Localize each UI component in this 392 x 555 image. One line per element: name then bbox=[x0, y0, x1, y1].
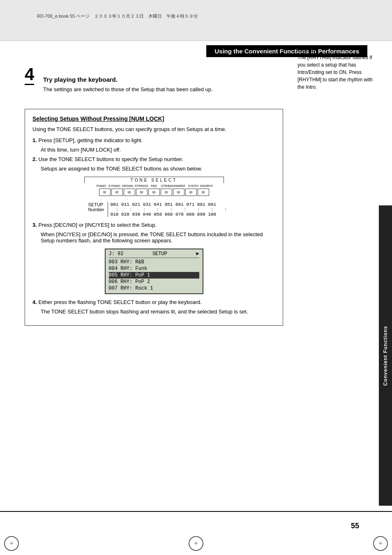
box-step2-num: 2. bbox=[32, 156, 37, 162]
btn-4[interactable]: III bbox=[136, 189, 148, 196]
box-step3-text: Press [DEC/NO] or [INC/YES] to select th… bbox=[38, 222, 157, 228]
sidebar: MEMO The [RHYTHM] indicator flashes if y… bbox=[297, 45, 380, 91]
tone-select-header: TONE SELECT bbox=[84, 177, 224, 183]
header-info: RD-700_e.book 55 ページ ２００３年１０月２３日 木曜日 午後４… bbox=[37, 13, 198, 19]
screen-row-1: 003 RHY: R&B bbox=[109, 259, 199, 265]
step4-content: Try playing the keyboard. The settings a… bbox=[43, 76, 283, 99]
btn-label-epiano: E.PIANO bbox=[108, 184, 121, 188]
box-step3: 3. Press [DEC/NO] or [INC/YES] to select… bbox=[32, 222, 275, 228]
setup-numbers-section: SETUP Number 001 011 021 031 041 051 061… bbox=[88, 202, 224, 217]
btn-dot-6: · bbox=[161, 197, 173, 201]
btn-label-piano: PIANO bbox=[95, 184, 108, 188]
btn-2[interactable]: III bbox=[111, 189, 123, 196]
btn-label-synth: SYNTH bbox=[187, 184, 200, 188]
btn-label-pad: PAD bbox=[148, 184, 160, 188]
box-step2-text: Use the TONE SELECT buttons to specify t… bbox=[38, 156, 183, 162]
tone-select-diagram: TONE SELECT PIANO E.PIANO ORGAN STRINGS … bbox=[84, 177, 224, 217]
reg-mark-bl bbox=[4, 536, 19, 551]
setup-label-line1: SETUP bbox=[88, 202, 104, 207]
btn-label-organ: ORGAN bbox=[122, 184, 134, 188]
box-step1-text: Press [SETUP], getting the indicator to … bbox=[38, 137, 143, 143]
screen-top-right: ► bbox=[196, 251, 199, 257]
box-step1-num: 1. bbox=[32, 137, 37, 143]
box-step1: 1. Press [SETUP], getting the indicator … bbox=[32, 137, 275, 143]
btn-label-warm: WARM bbox=[174, 184, 187, 188]
step4-heading: Try playing the keyboard. bbox=[43, 76, 283, 83]
box-step4: 4. Either press the flashing TONE SELECT… bbox=[32, 299, 275, 305]
buttons-row: III III III III III III III III III bbox=[84, 189, 224, 196]
btn-dot-2: · bbox=[108, 197, 121, 201]
memo-box: MEMO The [RHYTHM] indicator flashes if y… bbox=[297, 45, 380, 91]
screen-row-3: 005 RHY: PoP 1 bbox=[109, 272, 199, 279]
screen-row-2: 004 RHY: Funk bbox=[109, 265, 199, 272]
btn-1[interactable]: III bbox=[99, 189, 111, 196]
btn-label-ensrhy: ENS/RHY bbox=[201, 184, 213, 188]
box-step1-sub: At this time, turn [NUM LOCK] off. bbox=[41, 147, 275, 153]
step-number: 4 bbox=[25, 66, 34, 85]
screen-top-center: SETUP bbox=[152, 251, 167, 257]
btn-6[interactable]: III bbox=[161, 189, 172, 196]
reg-mark-bm bbox=[189, 536, 203, 551]
btn-dot-8: · bbox=[187, 197, 200, 201]
btn-7[interactable]: III bbox=[173, 189, 184, 196]
btn-3[interactable]: III bbox=[124, 189, 135, 196]
setup-label-line2: Number bbox=[88, 207, 104, 212]
box-intro: Using the TONE SELECT buttons, you can s… bbox=[32, 126, 275, 132]
btn-8[interactable]: III bbox=[185, 189, 197, 196]
screen-top-left: J: 92 bbox=[109, 251, 124, 257]
box-section: Selecting Setups Without Pressing [NUM L… bbox=[25, 109, 283, 326]
setup-row2: 010 020 030 040 050 060 070 080 090 100 bbox=[111, 212, 227, 217]
setup-row1: 001 011 021 031 041 051 061 071 081 091 bbox=[111, 202, 227, 207]
setup-label: SETUP Number bbox=[88, 202, 104, 217]
box-step3-sub: When [INC/YES] or [DEC/NO] is pressed, t… bbox=[41, 231, 275, 244]
box-step2-sub: Setups are assigned to the TONE SELECT b… bbox=[41, 166, 275, 172]
side-label-text: Convenient Functions bbox=[383, 326, 388, 386]
btn-dot-4: · bbox=[135, 197, 147, 201]
btn-9[interactable]: III bbox=[198, 189, 209, 196]
step4-description: The settings are switched to those of th… bbox=[43, 86, 283, 92]
memo-title: MEMO bbox=[297, 45, 380, 51]
btn-dot-7: · bbox=[174, 197, 187, 201]
setup-grid: 001 011 021 031 041 051 061 071 081 091 … bbox=[108, 202, 227, 217]
box-step4-text: Either press the flashing TONE SELECT bu… bbox=[38, 299, 201, 305]
box-step2: 2. Use the TONE SELECT buttons to specif… bbox=[32, 156, 275, 162]
box-step4-sub: The TONE SELECT button stops flashing an… bbox=[41, 309, 275, 315]
box-step4-num: 4. bbox=[32, 299, 37, 305]
side-label-bar: Convenient Functions bbox=[379, 205, 392, 506]
screen-row-5: 007 RHY: Rock 1 bbox=[109, 285, 199, 292]
page: RD-700_e.book 55 ページ ２００３年１０月２３日 木曜日 午後４… bbox=[0, 0, 392, 555]
btn-dot-1: · bbox=[95, 197, 108, 201]
box-step3-num: 3. bbox=[32, 222, 37, 228]
btn-label-gtrbass: GTR/BASS bbox=[161, 184, 173, 188]
memo-text: The [RHYTHM] indicator flashes if you se… bbox=[297, 54, 380, 91]
btn-dot-5: · bbox=[148, 197, 160, 201]
screen-row-4: 006 RHY: PoP 2 bbox=[109, 279, 199, 285]
screen-top-row: J: 92 SETUP ► bbox=[109, 251, 199, 258]
reg-mark-br bbox=[373, 536, 388, 551]
screen-display: J: 92 SETUP ► 003 RHY: R&B 004 RHY: Funk… bbox=[105, 249, 203, 294]
setup-dots: : : : : : : : : : bbox=[111, 207, 227, 212]
btn-label-strings: STRINGS bbox=[135, 184, 147, 188]
header-bar: RD-700_e.book 55 ページ ２００３年１０月２３日 木曜日 午後４… bbox=[0, 0, 392, 41]
btn-5[interactable]: III bbox=[148, 189, 160, 196]
btn-dot-9: · bbox=[201, 197, 213, 201]
footer-line bbox=[0, 511, 392, 512]
btn-dot-3: · bbox=[122, 197, 134, 201]
box-title: Selecting Setups Without Pressing [NUM L… bbox=[32, 115, 275, 122]
page-number: 55 bbox=[351, 522, 359, 530]
memo-icon: MEMO bbox=[297, 45, 315, 51]
